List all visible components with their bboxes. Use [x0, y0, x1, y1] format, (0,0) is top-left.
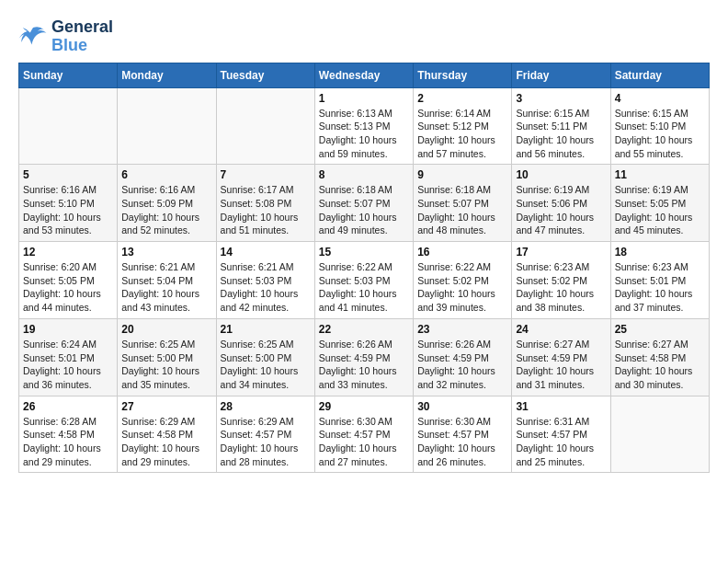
- day-info: Sunrise: 6:25 AMSunset: 5:00 PMDaylight:…: [121, 338, 211, 392]
- calendar-cell: 19Sunrise: 6:24 AMSunset: 5:01 PMDayligh…: [19, 318, 118, 396]
- day-info: Sunrise: 6:17 AMSunset: 5:08 PMDaylight:…: [221, 183, 311, 237]
- day-info: Sunrise: 6:28 AMSunset: 4:58 PMDaylight:…: [23, 415, 113, 469]
- day-number: 28: [221, 400, 311, 413]
- day-number: 3: [516, 92, 606, 105]
- day-header-wednesday: Wednesday: [314, 63, 413, 87]
- day-info: Sunrise: 6:14 AMSunset: 5:12 PMDaylight:…: [417, 107, 507, 161]
- day-info: Sunrise: 6:27 AMSunset: 4:59 PMDaylight:…: [516, 338, 606, 392]
- day-header-tuesday: Tuesday: [216, 63, 314, 87]
- day-number: 9: [417, 168, 507, 181]
- day-header-saturday: Saturday: [610, 63, 709, 87]
- day-info: Sunrise: 6:30 AMSunset: 4:57 PMDaylight:…: [417, 415, 507, 469]
- calendar-cell: 10Sunrise: 6:19 AMSunset: 5:06 PMDayligh…: [512, 165, 610, 242]
- day-number: 7: [221, 168, 311, 181]
- day-info: Sunrise: 6:22 AMSunset: 5:02 PMDaylight:…: [417, 260, 507, 315]
- day-info: Sunrise: 6:20 AMSunset: 5:05 PMDaylight:…: [23, 260, 113, 315]
- page-header: GeneralBlue: [18, 18, 710, 55]
- calendar-cell: 7Sunrise: 6:17 AMSunset: 5:08 PMDaylight…: [216, 165, 314, 242]
- day-header-monday: Monday: [118, 63, 216, 87]
- calendar-cell: 27Sunrise: 6:29 AMSunset: 4:58 PMDayligh…: [118, 396, 216, 473]
- day-info: Sunrise: 6:31 AMSunset: 4:57 PMDaylight:…: [516, 415, 606, 469]
- calendar-cell: 12Sunrise: 6:20 AMSunset: 5:05 PMDayligh…: [19, 242, 118, 319]
- day-info: Sunrise: 6:24 AMSunset: 5:01 PMDaylight:…: [23, 338, 113, 392]
- day-info: Sunrise: 6:23 AMSunset: 5:01 PMDaylight:…: [615, 260, 705, 315]
- day-info: Sunrise: 6:26 AMSunset: 4:59 PMDaylight:…: [417, 338, 507, 392]
- day-number: 18: [615, 246, 705, 259]
- calendar-cell: [118, 87, 216, 165]
- day-number: 19: [23, 323, 113, 336]
- day-header-thursday: Thursday: [414, 63, 512, 87]
- day-number: 2: [417, 92, 507, 105]
- calendar-week-row: 26Sunrise: 6:28 AMSunset: 4:58 PMDayligh…: [19, 396, 710, 473]
- logo-name: GeneralBlue: [51, 18, 113, 55]
- calendar-table: SundayMondayTuesdayWednesdayThursdayFrid…: [18, 63, 710, 474]
- calendar-cell: [19, 87, 118, 165]
- calendar-cell: 4Sunrise: 6:15 AMSunset: 5:10 PMDaylight…: [610, 87, 709, 165]
- day-number: 12: [23, 246, 113, 259]
- day-info: Sunrise: 6:23 AMSunset: 5:02 PMDaylight:…: [516, 260, 606, 315]
- calendar-cell: 9Sunrise: 6:18 AMSunset: 5:07 PMDaylight…: [414, 165, 512, 242]
- calendar-cell: 13Sunrise: 6:21 AMSunset: 5:04 PMDayligh…: [118, 242, 216, 319]
- calendar-cell: 8Sunrise: 6:18 AMSunset: 5:07 PMDaylight…: [314, 165, 413, 242]
- calendar-cell: 5Sunrise: 6:16 AMSunset: 5:10 PMDaylight…: [19, 165, 118, 242]
- calendar-cell: 2Sunrise: 6:14 AMSunset: 5:12 PMDaylight…: [414, 87, 512, 165]
- day-number: 17: [516, 246, 606, 259]
- day-number: 14: [221, 246, 311, 259]
- day-number: 8: [319, 168, 409, 181]
- calendar-cell: 11Sunrise: 6:19 AMSunset: 5:05 PMDayligh…: [610, 165, 709, 242]
- day-number: 25: [615, 323, 705, 336]
- day-info: Sunrise: 6:25 AMSunset: 5:00 PMDaylight:…: [221, 338, 311, 392]
- day-header-sunday: Sunday: [19, 63, 118, 87]
- calendar-cell: 6Sunrise: 6:16 AMSunset: 5:09 PMDaylight…: [118, 165, 216, 242]
- day-info: Sunrise: 6:18 AMSunset: 5:07 PMDaylight:…: [417, 183, 507, 237]
- day-info: Sunrise: 6:29 AMSunset: 4:58 PMDaylight:…: [121, 415, 211, 469]
- calendar-cell: 3Sunrise: 6:15 AMSunset: 5:11 PMDaylight…: [512, 87, 610, 165]
- day-number: 4: [615, 92, 705, 105]
- day-info: Sunrise: 6:29 AMSunset: 4:57 PMDaylight:…: [221, 415, 311, 469]
- day-info: Sunrise: 6:15 AMSunset: 5:11 PMDaylight:…: [516, 107, 606, 161]
- calendar-cell: 17Sunrise: 6:23 AMSunset: 5:02 PMDayligh…: [512, 242, 610, 319]
- calendar-week-row: 1Sunrise: 6:13 AMSunset: 5:13 PMDaylight…: [19, 87, 710, 165]
- day-number: 30: [417, 400, 507, 413]
- calendar-cell: 29Sunrise: 6:30 AMSunset: 4:57 PMDayligh…: [314, 396, 413, 473]
- day-info: Sunrise: 6:30 AMSunset: 4:57 PMDaylight:…: [319, 415, 409, 469]
- day-number: 16: [417, 246, 507, 259]
- day-info: Sunrise: 6:15 AMSunset: 5:10 PMDaylight:…: [615, 107, 705, 161]
- calendar-cell: 28Sunrise: 6:29 AMSunset: 4:57 PMDayligh…: [216, 396, 314, 473]
- logo-icon: [18, 24, 48, 50]
- day-number: 6: [121, 168, 211, 181]
- calendar-cell: 21Sunrise: 6:25 AMSunset: 5:00 PMDayligh…: [216, 318, 314, 396]
- day-number: 1: [319, 92, 409, 105]
- day-number: 29: [319, 400, 409, 413]
- day-number: 10: [516, 168, 606, 181]
- calendar-cell: 26Sunrise: 6:28 AMSunset: 4:58 PMDayligh…: [19, 396, 118, 473]
- day-info: Sunrise: 6:27 AMSunset: 4:58 PMDaylight:…: [615, 338, 705, 392]
- day-number: 24: [516, 323, 606, 336]
- day-info: Sunrise: 6:16 AMSunset: 5:10 PMDaylight:…: [23, 183, 113, 237]
- day-number: 21: [221, 323, 311, 336]
- calendar-cell: 18Sunrise: 6:23 AMSunset: 5:01 PMDayligh…: [610, 242, 709, 319]
- calendar-cell: 31Sunrise: 6:31 AMSunset: 4:57 PMDayligh…: [512, 396, 610, 473]
- day-number: 31: [516, 400, 606, 413]
- day-info: Sunrise: 6:16 AMSunset: 5:09 PMDaylight:…: [121, 183, 211, 237]
- calendar-cell: [216, 87, 314, 165]
- calendar-cell: [610, 396, 709, 473]
- day-number: 5: [23, 168, 113, 181]
- day-info: Sunrise: 6:22 AMSunset: 5:03 PMDaylight:…: [319, 260, 409, 315]
- calendar-cell: 15Sunrise: 6:22 AMSunset: 5:03 PMDayligh…: [314, 242, 413, 319]
- calendar-header-row: SundayMondayTuesdayWednesdayThursdayFrid…: [19, 63, 710, 87]
- calendar-cell: 14Sunrise: 6:21 AMSunset: 5:03 PMDayligh…: [216, 242, 314, 319]
- calendar-week-row: 5Sunrise: 6:16 AMSunset: 5:10 PMDaylight…: [19, 165, 710, 242]
- calendar-cell: 25Sunrise: 6:27 AMSunset: 4:58 PMDayligh…: [610, 318, 709, 396]
- day-info: Sunrise: 6:18 AMSunset: 5:07 PMDaylight:…: [319, 183, 409, 237]
- calendar-cell: 1Sunrise: 6:13 AMSunset: 5:13 PMDaylight…: [314, 87, 413, 165]
- day-number: 27: [121, 400, 211, 413]
- day-info: Sunrise: 6:26 AMSunset: 4:59 PMDaylight:…: [319, 338, 409, 392]
- day-number: 26: [23, 400, 113, 413]
- day-info: Sunrise: 6:19 AMSunset: 5:05 PMDaylight:…: [615, 183, 705, 237]
- day-number: 20: [121, 323, 211, 336]
- calendar-cell: 16Sunrise: 6:22 AMSunset: 5:02 PMDayligh…: [414, 242, 512, 319]
- day-info: Sunrise: 6:19 AMSunset: 5:06 PMDaylight:…: [516, 183, 606, 237]
- day-number: 11: [615, 168, 705, 181]
- calendar-cell: 30Sunrise: 6:30 AMSunset: 4:57 PMDayligh…: [414, 396, 512, 473]
